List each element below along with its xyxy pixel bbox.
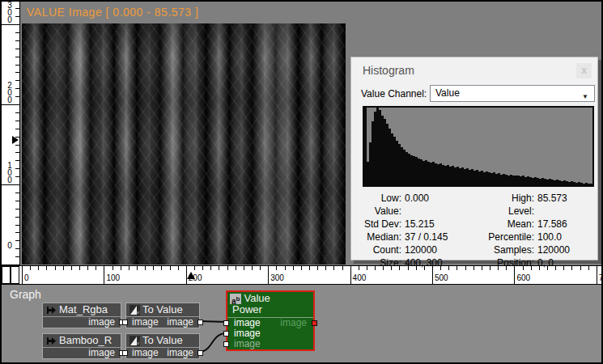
ruler-tick [202, 266, 203, 270]
ruler-tick [219, 266, 219, 270]
input-connector[interactable] [122, 350, 128, 356]
node-title-bar[interactable]: v To Value [126, 334, 199, 348]
node-title-bar[interactable]: Mat_Rgba [43, 303, 121, 317]
ruler-tick [276, 266, 277, 270]
ruler-corner-box [11, 266, 19, 284]
ruler-tick [113, 266, 113, 270]
stat-label: Percentile: [466, 231, 534, 243]
node-to-value-1[interactable]: v To Value image image [125, 303, 200, 328]
ruler-tick [15, 168, 19, 169]
ruler-tick [104, 266, 104, 284]
svg-text:v: v [137, 341, 139, 345]
input-port-label: image [132, 348, 159, 358]
ruler-tick [15, 65, 19, 66]
histogram-panel: Histogram x Value Channel: Value ▼ Low:0… [350, 57, 598, 260]
application-window: VALUE Image [ 0.000 - 85.573 ] 01 0 02 0… [0, 0, 603, 364]
stat-label: High: [466, 192, 534, 205]
ruler-label: 400 [353, 273, 367, 282]
ruler-tick [71, 266, 72, 270]
ruler-tick [15, 256, 19, 257]
node-value-power[interactable]: ab Value Power image image image image [226, 290, 315, 351]
value-channel-label: Value Channel: [361, 88, 427, 99]
stat-value: 400, 300 [401, 256, 466, 269]
ruler-tick [79, 266, 80, 270]
node-title-bar[interactable]: ab Value Power [227, 292, 313, 318]
ruler-tick [15, 32, 19, 33]
power-icon: ab [230, 294, 241, 304]
ruler-tick [30, 266, 31, 270]
ruler-tick [15, 240, 19, 241]
ruler-tick [15, 57, 19, 57]
ruler-tick [15, 232, 19, 233]
viewer-title: VALUE Image [ 0.000 - 85.573 ] [27, 6, 198, 19]
ruler-label: 200 [189, 273, 202, 282]
ruler-tick [15, 201, 19, 201]
stat-row: Std Dev:15.215Mean:17.586 [355, 218, 596, 231]
stat-label: Level: [466, 205, 534, 218]
input-port-label: image [132, 317, 159, 328]
input-connector[interactable] [223, 341, 229, 347]
node-title: To Value [142, 303, 183, 316]
node-title-bar[interactable]: Bamboo_R [43, 334, 121, 348]
ruler-tick [15, 112, 19, 113]
ruler-tick [22, 266, 23, 284]
ruler-tick [15, 80, 19, 81]
ruler-label: 100 [106, 273, 120, 282]
output-connector[interactable] [312, 320, 317, 326]
value-channel-selected: Value [435, 87, 460, 99]
node-bamboo-r[interactable]: Bamboo_R image [42, 333, 121, 359]
import-arrow-icon [46, 305, 57, 315]
ruler-tick [597, 266, 597, 284]
output-port-label: image [167, 348, 193, 358]
ruler-tick [15, 129, 19, 129]
close-button[interactable]: x [576, 63, 592, 78]
ruler-tick [301, 266, 302, 270]
node-title: To Value [142, 334, 183, 347]
input-connector[interactable] [122, 320, 128, 325]
ruler-tick [309, 266, 310, 270]
ruler-tick [15, 137, 19, 138]
ruler-tick [137, 266, 138, 270]
value-channel-dropdown[interactable]: Value ▼ [430, 85, 595, 102]
ruler-tick [15, 16, 19, 17]
output-connector[interactable] [197, 320, 203, 325]
stat-value: 0.000 [401, 192, 466, 205]
stat-row: Low:0.000High:85.573 [355, 192, 596, 205]
svg-text:v: v [137, 310, 139, 315]
ruler-tick [293, 266, 294, 270]
node-title-bar[interactable]: v To Value [126, 303, 199, 317]
graph-panel[interactable]: Graph Mat_Rgba image [2, 283, 603, 364]
stat-label: Count: [355, 243, 401, 256]
output-connector[interactable] [197, 350, 203, 356]
histogram-chart [363, 106, 594, 187]
output-port-label: image [88, 317, 115, 328]
histogram-bar [590, 184, 592, 185]
input-connector[interactable] [223, 331, 229, 336]
stat-label: Low: [355, 192, 401, 205]
ruler-tick [15, 8, 19, 9]
ruler-tick [268, 266, 269, 284]
stat-value: 85.573 [534, 192, 567, 205]
ruler-tick [260, 266, 261, 270]
input-connector[interactable] [223, 320, 229, 326]
ruler-corner-box [2, 266, 11, 284]
ruler-tick [15, 88, 19, 89]
ruler-label: 600 [516, 273, 530, 282]
output-port-label: image [167, 317, 193, 328]
stat-row: Value:Level: [355, 205, 596, 218]
ruler-tick [15, 121, 19, 121]
ruler-tick [15, 152, 19, 153]
ruler-tick [186, 266, 187, 284]
ruler-tick [252, 266, 253, 270]
node-mat-rgba[interactable]: Mat_Rgba image [42, 303, 121, 328]
stat-value: 15.215 [401, 218, 466, 231]
bamboo-image[interactable] [22, 23, 346, 265]
node-to-value-2[interactable]: v To Value image image [125, 333, 200, 359]
stat-label: Value: [355, 205, 401, 218]
ruler-tick [145, 266, 146, 270]
output-port-label: image [88, 348, 115, 358]
ruler-tick [96, 266, 96, 270]
ruler-tick [46, 266, 47, 270]
ruler-tick [15, 176, 19, 177]
histogram-panel-title[interactable]: Histogram [363, 64, 414, 77]
